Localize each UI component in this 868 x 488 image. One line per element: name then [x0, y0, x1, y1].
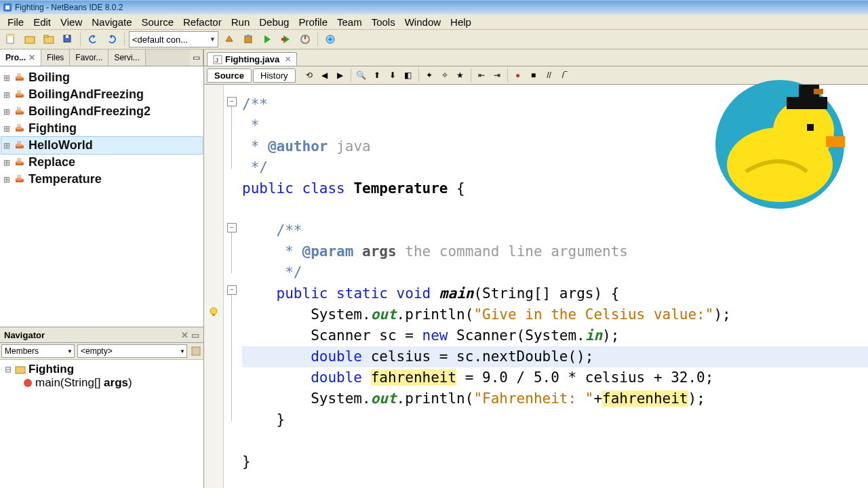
navigator-view-dropdown[interactable]: Members	[1, 344, 75, 358]
java-project-icon	[14, 123, 26, 135]
menu-profile[interactable]: Profile	[294, 15, 332, 29]
comment-icon[interactable]: //	[542, 68, 556, 82]
expand-icon[interactable]: ⊞	[3, 107, 11, 117]
run-icon[interactable]	[259, 31, 275, 47]
project-node[interactable]: ⊞Replace	[1, 154, 202, 171]
svg-rect-21	[192, 347, 200, 355]
minimize-sidebar-icon[interactable]: ▭	[190, 49, 203, 66]
toggle-bookmark-icon[interactable]: ★	[454, 68, 467, 82]
projects-tree[interactable]: ⊞Boiling⊞BoilingAndFreezing⊞BoilingAndFr…	[0, 66, 203, 327]
svg-rect-1	[5, 5, 9, 9]
uncomment-icon[interactable]: /‾	[558, 68, 572, 82]
navigator-method-node[interactable]: main(String[] args)	[4, 376, 199, 390]
fold-toggle-icon[interactable]: −	[227, 223, 237, 232]
undo-icon[interactable]	[85, 31, 101, 47]
hint-bulb-icon[interactable]	[209, 307, 218, 317]
tab-projects[interactable]: Pro...✕	[0, 49, 41, 66]
prev-bookmark-icon[interactable]: ✦	[422, 68, 436, 82]
open-project-icon[interactable]	[41, 31, 57, 47]
subtab-history[interactable]: History	[253, 68, 295, 83]
expand-icon[interactable]: ⊞	[3, 124, 11, 134]
build-icon[interactable]	[221, 31, 237, 47]
find-selection-icon[interactable]: 🔍	[355, 68, 368, 82]
fold-toggle-icon[interactable]: −	[227, 97, 237, 106]
new-project-icon[interactable]	[22, 31, 38, 47]
run-config-dropdown[interactable]: <default con...	[129, 31, 218, 47]
editor-tab-fighting[interactable]: J Fighting.java ✕	[207, 52, 297, 66]
find-prev-icon[interactable]: ⬆	[370, 68, 384, 82]
project-label: BoilingAndFreezing2	[28, 104, 151, 119]
back-icon[interactable]: ◀	[318, 68, 332, 82]
window-title: Fighting - NetBeans IDE 8.0.2	[15, 3, 123, 12]
run-config-label: <default con...	[132, 35, 188, 45]
class-icon	[15, 364, 26, 375]
profile-icon[interactable]	[297, 31, 313, 47]
menu-source[interactable]: Source	[136, 15, 178, 29]
project-node[interactable]: ⊞BoilingAndFreezing2	[1, 103, 202, 120]
attach-debugger-icon[interactable]	[322, 31, 338, 47]
tab-favorites[interactable]: Favor...	[70, 49, 108, 66]
svg-rect-27	[212, 314, 215, 316]
forward-icon[interactable]: ▶	[334, 68, 347, 82]
last-edit-icon[interactable]: ⟲	[302, 68, 316, 82]
macro-record-icon[interactable]: ●	[511, 68, 525, 82]
editor-gutter[interactable]	[204, 85, 224, 488]
project-label: Fighting	[28, 121, 77, 136]
shift-left-icon[interactable]: ⇤	[475, 68, 488, 82]
subtab-source[interactable]: Source	[207, 68, 252, 83]
close-tab-icon[interactable]: ✕	[285, 55, 291, 64]
menu-file[interactable]: File	[3, 15, 28, 29]
java-file-icon: J	[213, 55, 222, 64]
menu-view[interactable]: View	[56, 15, 87, 29]
menu-help[interactable]: Help	[446, 15, 476, 29]
project-label: Temperature	[28, 172, 102, 186]
tab-services[interactable]: Servi...	[108, 49, 145, 66]
next-bookmark-icon[interactable]: ✧	[438, 68, 452, 82]
fold-toggle-icon[interactable]: −	[227, 285, 237, 295]
menubar: File Edit View Navigate Source Refactor …	[0, 14, 868, 30]
svg-rect-11	[281, 38, 285, 41]
code-editor[interactable]: − − − /** * * @author java */ public cla…	[204, 85, 868, 488]
menu-run[interactable]: Run	[226, 15, 255, 29]
macro-stop-icon[interactable]: ■	[527, 68, 540, 82]
navigator-class-node[interactable]: ⊟ Fighting	[4, 363, 199, 376]
expand-icon[interactable]: ⊞	[3, 90, 11, 100]
clean-build-icon[interactable]	[240, 31, 256, 47]
navigator-options-icon[interactable]	[189, 343, 203, 359]
main-toolbar: <default con...	[0, 30, 868, 49]
toggle-highlight-icon[interactable]: ◧	[401, 68, 415, 82]
menu-refactor[interactable]: Refactor	[178, 15, 226, 29]
project-label: BoilingAndFreezing	[28, 87, 144, 102]
tab-files[interactable]: Files	[41, 49, 70, 66]
editor-subtoolbar: Source History ⟲ ◀ ▶ 🔍 ⬆ ⬇ ◧ ✦ ✧ ★ ⇤ ⇥ ●	[204, 66, 868, 85]
debug-icon[interactable]	[278, 31, 294, 47]
editor-tabstrip: J Fighting.java ✕	[204, 49, 868, 66]
save-all-icon[interactable]	[60, 31, 76, 47]
expand-icon[interactable]: ⊞	[3, 158, 11, 167]
project-node[interactable]: ⊞HelloWorld	[1, 137, 202, 154]
project-node[interactable]: ⊞Temperature	[1, 171, 202, 188]
expand-icon[interactable]: ⊞	[3, 141, 11, 150]
find-next-icon[interactable]: ⬇	[386, 68, 399, 82]
menu-tools[interactable]: Tools	[367, 15, 400, 29]
navigator-tree[interactable]: ⊟ Fighting main(String[] args)	[0, 360, 203, 488]
fold-guide	[231, 295, 232, 421]
fold-guide	[231, 106, 232, 169]
project-node[interactable]: ⊞Boiling	[1, 69, 202, 86]
menu-edit[interactable]: Edit	[28, 15, 56, 29]
menu-window[interactable]: Window	[400, 15, 446, 29]
expand-icon[interactable]: ⊞	[3, 73, 11, 83]
navigator-filter-dropdown[interactable]: <empty>	[77, 344, 187, 358]
project-node[interactable]: ⊞Fighting	[1, 120, 202, 137]
navigator-close-icon[interactable]: ✕ ▭	[181, 330, 199, 340]
redo-icon[interactable]	[104, 31, 120, 47]
expand-icon[interactable]: ⊞	[3, 175, 11, 184]
project-node[interactable]: ⊞BoilingAndFreezing	[1, 86, 202, 103]
shift-right-icon[interactable]: ⇥	[490, 68, 504, 82]
svg-text:J: J	[215, 57, 218, 64]
new-file-icon[interactable]	[3, 31, 19, 47]
menu-team[interactable]: Team	[332, 15, 367, 29]
menu-debug[interactable]: Debug	[254, 15, 294, 29]
menu-navigate[interactable]: Navigate	[87, 15, 136, 29]
app-icon	[3, 3, 12, 12]
